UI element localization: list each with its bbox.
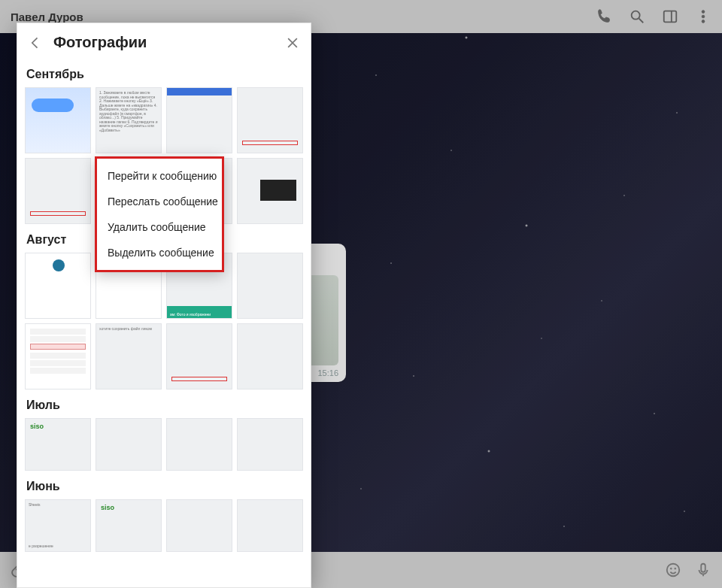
svg-rect-10: [701, 564, 705, 572]
media-thumbnail[interactable]: [237, 323, 303, 389]
context-menu: Перейти к сообщению Переслать сообщение …: [95, 156, 224, 272]
media-thumbnail[interactable]: [166, 87, 232, 153]
ctx-delete-message[interactable]: Удалить сообщение: [97, 214, 222, 240]
side-panel-icon[interactable]: [662, 8, 678, 25]
back-icon[interactable]: [28, 35, 43, 50]
media-thumbnail[interactable]: [96, 499, 162, 552]
media-panel-body[interactable]: Сентябрь 1. Зажимаете в любом месте сооб…: [17, 59, 311, 587]
svg-line-1: [639, 19, 644, 23]
media-thumbnail[interactable]: 1. Зажимаете в любом месте сообщение, по…: [96, 87, 162, 153]
media-thumbnail[interactable]: [166, 323, 232, 389]
ctx-select-message[interactable]: Выделить сообщение: [97, 240, 222, 265]
media-thumbnail[interactable]: [237, 418, 303, 471]
media-thumbnail[interactable]: [25, 158, 91, 224]
svg-point-0: [632, 11, 640, 20]
media-thumbnail[interactable]: [25, 418, 91, 471]
mic-icon[interactable]: [695, 562, 711, 578]
emoji-icon[interactable]: [665, 562, 681, 578]
media-thumbnail[interactable]: [25, 87, 91, 153]
media-panel-header: Фотографии: [17, 23, 311, 59]
svg-rect-2: [664, 11, 677, 23]
media-thumbnail[interactable]: хотите сохранить файл ликом: [96, 323, 162, 389]
search-icon[interactable]: [629, 8, 645, 25]
media-thumbnail[interactable]: Sheetsе разрешение: [25, 499, 91, 552]
svg-point-8: [670, 568, 672, 569]
month-header: Июнь: [26, 480, 302, 493]
media-thumbnail[interactable]: [237, 499, 303, 552]
chat-title[interactable]: Павел Дуров: [11, 11, 83, 23]
call-icon[interactable]: [596, 8, 612, 25]
media-panel-title: Фотографии: [53, 34, 275, 51]
svg-point-7: [667, 564, 680, 577]
ctx-go-to-message[interactable]: Перейти к сообщению: [97, 163, 222, 189]
media-thumbnail[interactable]: [96, 418, 162, 471]
close-icon[interactable]: [285, 35, 300, 50]
media-thumbnail[interactable]: [166, 418, 232, 471]
media-thumbnail[interactable]: [25, 323, 91, 389]
month-header: Сентябрь: [26, 68, 302, 81]
month-header: Июль: [26, 399, 302, 412]
ctx-forward-message[interactable]: Переслать сообщение: [97, 189, 222, 214]
media-thumbnail[interactable]: [237, 87, 303, 153]
media-thumbnail[interactable]: [237, 253, 303, 319]
svg-point-4: [702, 11, 705, 14]
media-thumbnail[interactable]: [166, 499, 232, 552]
svg-point-6: [702, 20, 705, 23]
media-thumbnail[interactable]: [25, 253, 91, 319]
svg-point-9: [675, 568, 676, 569]
media-panel: Фотографии Сентябрь 1. Зажимаете в любом…: [17, 23, 311, 588]
svg-point-5: [702, 15, 705, 18]
more-icon[interactable]: [695, 8, 711, 25]
media-thumbnail[interactable]: [237, 158, 303, 224]
